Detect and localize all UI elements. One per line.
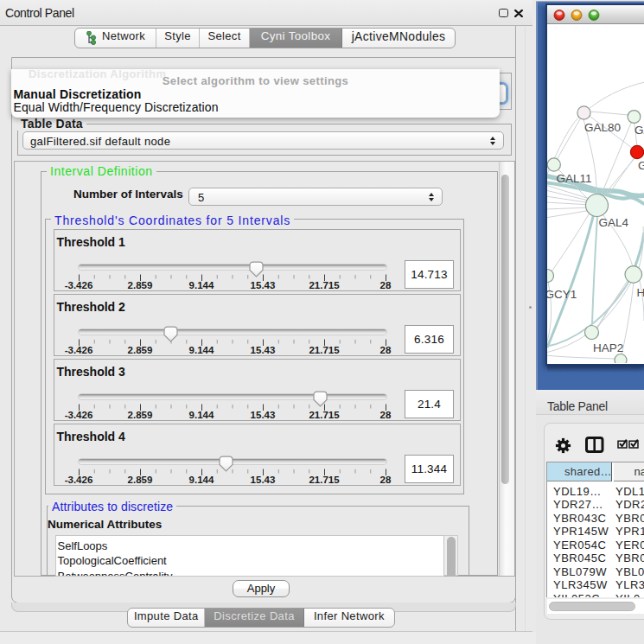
svg-text:GA: GA xyxy=(634,124,644,137)
svg-text:GAL11: GAL11 xyxy=(557,172,592,185)
svg-text:GAL80: GAL80 xyxy=(584,121,621,134)
svg-text:GCY1: GCY1 xyxy=(547,288,577,301)
svg-text:GAL4: GAL4 xyxy=(599,216,629,229)
svg-text:H: H xyxy=(637,286,644,299)
svg-text:HAP2: HAP2 xyxy=(593,341,623,354)
svg-text:G: G xyxy=(638,159,644,172)
